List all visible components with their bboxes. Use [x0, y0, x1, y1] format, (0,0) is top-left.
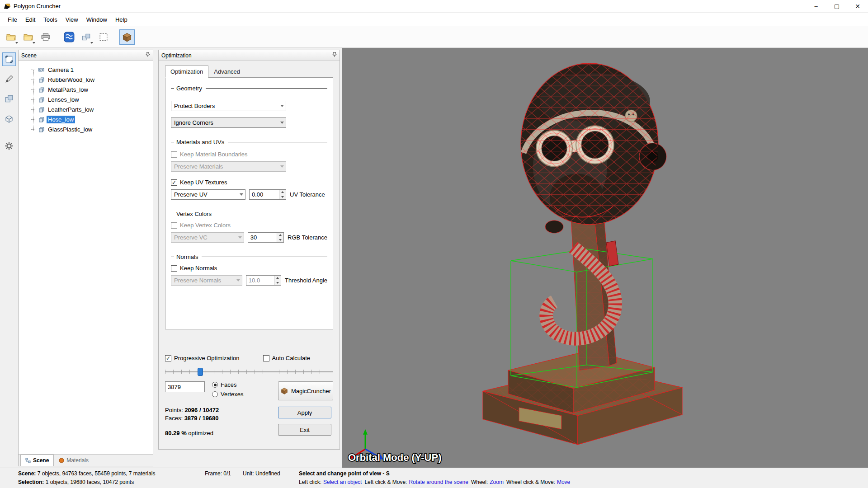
keep-material-boundaries-checkbox[interactable]: Keep Material Boundaries — [171, 151, 327, 158]
scene-stats-value: 7 objects, 94763 faces, 55459 points, 7 … — [38, 470, 156, 477]
points-value: 2096 / 10472 — [184, 407, 219, 413]
tree-item-glassplastic[interactable]: GlassPlastic_low — [19, 124, 153, 134]
viewport-3d[interactable]: Orbital Mode (Y-UP) — [342, 48, 868, 468]
window-title: Polygon Cruncher — [14, 3, 61, 9]
optimization-panel-title: Optimization — [161, 52, 192, 59]
chevron-down-icon — [280, 122, 284, 124]
paint-mode-button[interactable] — [2, 72, 16, 86]
pin-icon[interactable] — [332, 52, 337, 59]
preserve-normals-dropdown: Preserve Normals — [171, 275, 242, 286]
spin-up-icon[interactable] — [274, 276, 281, 281]
checkbox-box — [171, 265, 177, 272]
close-button[interactable]: ✕ — [847, 0, 868, 12]
textures-button[interactable] — [61, 29, 77, 45]
hint-label: Wheel click & Move: — [506, 479, 555, 485]
faces-label: Faces: — [165, 415, 183, 422]
ignore-corners-dropdown[interactable]: Ignore Corners — [171, 117, 286, 128]
menu-view[interactable]: View — [61, 14, 82, 25]
rgb-tolerance-spinner[interactable]: 30 — [248, 232, 284, 243]
preserve-vc-value: Preserve VC — [174, 234, 208, 241]
selection-zone-button[interactable] — [96, 29, 111, 45]
frame-indicator: Frame: 0/1 — [205, 470, 231, 477]
keep-vertex-colors-checkbox[interactable]: Keep Vertex Colors — [171, 222, 327, 229]
tab-materials[interactable]: Materials — [54, 455, 94, 466]
optimization-slider[interactable] — [165, 368, 333, 376]
uv-tolerance-spinner[interactable]: 0.00 — [249, 189, 286, 200]
tree-item-rubberwood[interactable]: RubberWood_low — [19, 75, 153, 84]
open-folder-icon — [24, 33, 33, 41]
tab-advanced[interactable]: Advanced — [208, 66, 245, 78]
menu-help[interactable]: Help — [111, 14, 132, 25]
threshold-angle-spinner[interactable]: 10.0 — [246, 275, 281, 286]
spin-down-icon[interactable] — [274, 281, 281, 286]
exit-button[interactable]: Exit — [278, 424, 331, 436]
open-scene-button[interactable] — [4, 29, 19, 45]
menu-file[interactable]: File — [4, 14, 21, 25]
apply-button[interactable]: Apply — [278, 407, 331, 418]
textures-icon — [64, 32, 75, 42]
mask-valve — [545, 221, 563, 233]
scene-panel: Scene Camera 1 RubberWood_low MetalParts… — [18, 50, 153, 466]
title-bar: Polygon Cruncher – ▢ ✕ — [0, 0, 868, 13]
chevron-down-icon — [238, 236, 242, 239]
spin-down-icon[interactable] — [277, 238, 283, 243]
tree-item-label: RubberWood_low — [47, 76, 96, 84]
tree-item-metalparts[interactable]: MetalParts_low — [19, 84, 153, 94]
mesh-icon — [38, 77, 45, 83]
magiccruncher-button[interactable]: MagicCruncher — [278, 381, 333, 400]
preserve-uv-dropdown[interactable]: Preserve UV — [171, 189, 245, 200]
selection-stats-value: 1 objects, 19680 faces, 10472 points — [46, 479, 134, 485]
optimized-stat: 80.29 % optimized — [165, 430, 278, 436]
scene-tree: Camera 1 RubberWood_low MetalParts_low L… — [19, 61, 153, 454]
protect-borders-dropdown[interactable]: Protect Borders — [171, 101, 286, 111]
open-file-button[interactable] — [21, 29, 36, 45]
slider-thumb[interactable] — [198, 368, 203, 376]
mouse-hints: Left click:Select an objectLeft click & … — [299, 479, 570, 485]
hint-value: Move — [557, 479, 570, 485]
duplicate-object-button[interactable] — [2, 92, 16, 106]
tree-item-hose-selected[interactable]: Hose_low — [19, 114, 153, 124]
minimize-button[interactable]: – — [806, 0, 826, 12]
face-count-input[interactable] — [165, 381, 205, 392]
pin-icon[interactable] — [146, 52, 150, 59]
spin-down-icon[interactable] — [279, 195, 286, 200]
menu-tools[interactable]: Tools — [39, 14, 61, 25]
vertexes-radio[interactable]: Vertexes — [212, 391, 244, 398]
threshold-angle-value: 10.0 — [246, 276, 274, 285]
print-button[interactable] — [38, 29, 53, 45]
bounding-box-button[interactable] — [2, 112, 16, 126]
keep-uv-textures-checkbox[interactable]: ✓ Keep UV Textures — [171, 179, 327, 186]
faces-radio-label: Faces — [221, 381, 236, 388]
tree-item-leatherparts[interactable]: LeatherParts_low — [19, 104, 153, 114]
auto-calculate-checkbox[interactable]: Auto Calculate — [263, 355, 311, 361]
tab-optimization[interactable]: Optimization — [165, 66, 208, 78]
chevron-down-icon — [240, 193, 243, 196]
tree-item-lenses[interactable]: Lenses_low — [19, 94, 153, 104]
spin-up-icon[interactable] — [277, 233, 283, 238]
tree-item-camera-1[interactable]: Camera 1 — [19, 65, 153, 75]
optimized-value: 80.29 % — [165, 430, 187, 436]
keep-normals-checkbox[interactable]: Keep Normals — [171, 265, 327, 272]
hint-label: Left click & Move: — [364, 479, 407, 485]
preserve-vc-dropdown: Preserve VC — [171, 232, 244, 243]
preserve-uv-value: Preserve UV — [174, 191, 208, 198]
clone-group-button[interactable] — [79, 29, 94, 45]
spin-up-icon[interactable] — [279, 190, 286, 195]
mesh-icon — [38, 127, 45, 132]
faces-radio[interactable]: Faces — [212, 381, 244, 388]
menu-edit[interactable]: Edit — [21, 14, 39, 25]
selection-mode-button[interactable] — [2, 52, 16, 66]
scene-tab-icon — [25, 458, 31, 463]
menu-window[interactable]: Window — [82, 14, 111, 25]
maximize-button[interactable]: ▢ — [826, 0, 847, 12]
normals-section-label: Normals — [176, 253, 198, 260]
magiccruncher-icon — [280, 387, 288, 395]
preserve-normals-value: Preserve Normals — [174, 277, 221, 284]
progressive-optimization-checkbox[interactable]: ✓ Progressive Optimization — [165, 355, 240, 361]
geometry-section-label: Geometry — [176, 85, 202, 92]
settings-button[interactable] — [2, 139, 16, 153]
optimize-button[interactable] — [119, 29, 135, 45]
cube-icon — [5, 114, 14, 123]
tree-item-label: LeatherParts_low — [47, 106, 95, 113]
tab-scene[interactable]: Scene — [20, 455, 54, 466]
